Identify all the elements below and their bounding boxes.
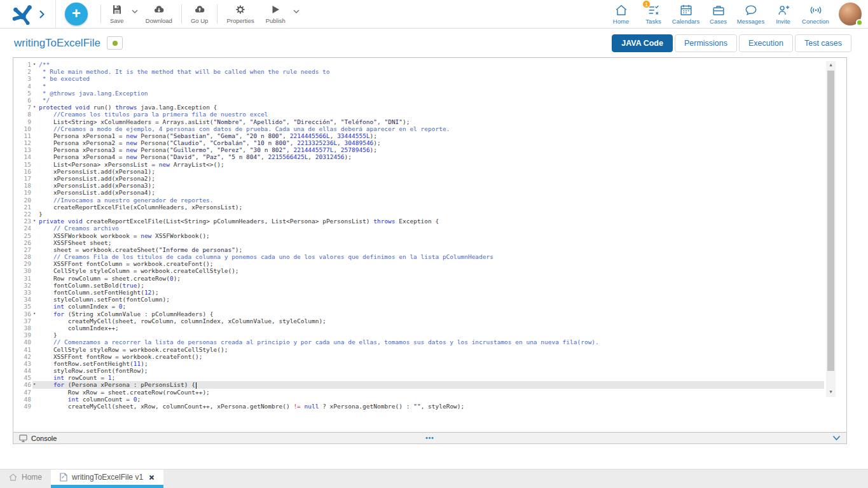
- nav-item-messages[interactable]: Messages: [735, 3, 766, 25]
- rule-status-button[interactable]: [107, 36, 123, 50]
- code-line[interactable]: 47 Row xRow = sheet.createRow(rowCount++…: [13, 389, 846, 396]
- code-line[interactable]: 2 * Rule main method. It is the method t…: [13, 68, 846, 75]
- nav-item-tasks[interactable]: 1 Tasks: [638, 3, 669, 25]
- code-line[interactable]: 26 XSSFSheet sheet;: [13, 239, 846, 246]
- nav-item-conection[interactable]: Conection: [800, 3, 831, 25]
- save-icon: [111, 4, 123, 15]
- download-button[interactable]: Download: [140, 1, 178, 27]
- nav-item-cases[interactable]: Cases: [703, 3, 734, 25]
- scroll-down-arrow-icon[interactable]: ▼: [826, 388, 836, 397]
- code-line[interactable]: 8 //Creamos los titulos para la primera …: [13, 111, 846, 118]
- code-line[interactable]: 23▾private void createReportExcelFile(Li…: [13, 218, 846, 225]
- code-line[interactable]: 21 createReportExcelFile(xColumnHeaders,…: [13, 204, 846, 211]
- bottom-tab-home[interactable]: Home: [0, 470, 51, 488]
- code-line[interactable]: 35 int columnIndex = 0;: [13, 303, 846, 310]
- bottom-tab-writing-to-excel-file[interactable]: writingToExcelFile v1: [51, 470, 163, 488]
- scroll-up-arrow-icon[interactable]: ▲: [826, 61, 836, 70]
- code-line[interactable]: 27 sheet = workbook.createSheet("Informe…: [13, 246, 846, 253]
- nav-item-invite[interactable]: Invite: [768, 3, 799, 25]
- code-line[interactable]: 15 List<Persona> xPersonsList = new Arra…: [13, 161, 846, 168]
- publish-label: Publish: [266, 17, 286, 24]
- add-button[interactable]: +: [65, 3, 88, 25]
- console-expand-chevron-icon[interactable]: [832, 435, 841, 441]
- code-line[interactable]: 37 createMyCell(sheet, rowColumn, column…: [13, 317, 846, 324]
- code-line[interactable]: 7▾protected void run() throws java.lang.…: [13, 104, 846, 111]
- save-dropdown-caret-icon[interactable]: [130, 10, 140, 13]
- sidebar-expand-chevron-icon[interactable]: [39, 10, 45, 18]
- close-tab-icon[interactable]: [149, 475, 155, 480]
- code-line[interactable]: 1▾/**: [13, 61, 846, 68]
- tab-test-cases[interactable]: Test cases: [795, 34, 851, 52]
- line-number: 13: [13, 146, 31, 153]
- scrollbar-thumb[interactable]: [827, 71, 834, 371]
- nav-item-home[interactable]: Home: [605, 3, 637, 25]
- code-line[interactable]: 16 xPersonsList.add(xPersona1);: [13, 168, 846, 175]
- code-line[interactable]: 38 columnIndex++;: [13, 324, 846, 331]
- nav-item-calendars[interactable]: Calendars: [670, 3, 701, 25]
- code-line[interactable]: 17 xPersonsList.add(xPersona2);: [13, 175, 846, 182]
- tab-permissions[interactable]: Permissions: [675, 34, 737, 52]
- code-line[interactable]: 9 List<String> xColumnHeaders = Arrays.a…: [13, 118, 846, 125]
- code-line[interactable]: 46▾ for (Persona xPersona : pPersonsList…: [13, 381, 846, 388]
- fold-toggle-icon[interactable]: ▾: [33, 104, 36, 111]
- code-line[interactable]: 48 int columnCount = 0;: [13, 396, 846, 403]
- bottom-tab-label: Home: [22, 473, 42, 482]
- code-line[interactable]: 6 */: [13, 97, 846, 104]
- code-line[interactable]: 42 XSSFFont fontRow = workbook.createFon…: [13, 353, 846, 360]
- code-line[interactable]: 44 styleRow.setFont(fontRow);: [13, 367, 846, 374]
- console-drag-handle[interactable]: •••: [425, 435, 434, 442]
- briefcase-icon: [712, 3, 726, 17]
- publish-dropdown-caret-icon[interactable]: [291, 10, 301, 13]
- code-line[interactable]: 31 Row rowColumn = sheet.createRow(0);: [13, 275, 846, 282]
- code-line[interactable]: 18 xPersonsList.add(xPersona3);: [13, 182, 846, 189]
- code-editor[interactable]: 1▾/**2 * Rule main method. It is the met…: [13, 58, 846, 432]
- code-line[interactable]: 45 int rowCount = 1;: [13, 374, 846, 381]
- code-line[interactable]: 10 //Creamos a modo de ejemplo, 4 person…: [13, 125, 846, 132]
- code-line[interactable]: 14 Persona xPersona4 = new Persona("Davi…: [13, 153, 846, 160]
- document-icon: [60, 473, 67, 482]
- code-line[interactable]: 3 * be executed: [13, 75, 846, 82]
- code-line[interactable]: 19 xPersonsList.add(xPersona4);: [13, 189, 846, 196]
- top-nav: Home 1 Tasks Calendars: [605, 3, 868, 25]
- text-cursor: [196, 382, 196, 389]
- code-line[interactable]: 22}: [13, 211, 846, 218]
- code-line[interactable]: 30 CellStyle styleColumn = workbook.crea…: [13, 267, 846, 274]
- code-line[interactable]: 5 * @throws java.lang.Exception: [13, 90, 846, 97]
- code-line[interactable]: 25 XSSFWorkbook workbook = new XSSFWorkb…: [13, 232, 846, 239]
- code-line[interactable]: 11 Persona xPersona1 = new Persona("Seba…: [13, 132, 846, 139]
- fold-toggle-icon[interactable]: ▾: [33, 61, 36, 68]
- code-line[interactable]: 13 Persona xPersona3 = new Persona("Guil…: [13, 146, 846, 153]
- code-line[interactable]: 43 fontRow.setFontHeight(11);: [13, 360, 846, 367]
- code-line[interactable]: 49 createMyCell(sheet, xRow, columnCount…: [13, 403, 846, 410]
- save-button[interactable]: Save: [104, 1, 130, 27]
- code-line[interactable]: 4 *: [13, 83, 846, 90]
- line-number: 4: [13, 83, 31, 90]
- code-line[interactable]: 28 // Creamos Fila de los titulos de cad…: [13, 253, 846, 260]
- code-line[interactable]: 34 styleColumn.setFont(fontColumn);: [13, 296, 846, 303]
- publish-button[interactable]: Publish: [260, 1, 291, 27]
- code-line[interactable]: 29 XSSFFont fontColumn = workbook.create…: [13, 260, 846, 267]
- fold-toggle-icon[interactable]: ▾: [33, 381, 36, 388]
- code-line[interactable]: 41 CellStyle styleRow = workbook.createC…: [13, 346, 846, 353]
- app-logo[interactable]: [0, 0, 56, 28]
- line-number: 18: [13, 182, 31, 189]
- tab-java-code[interactable]: JAVA Code: [612, 34, 673, 52]
- console-icon: [19, 435, 27, 442]
- code-line[interactable]: 39 }: [13, 331, 846, 338]
- editor-scrollbar[interactable]: ▲ ▼: [826, 61, 836, 397]
- fold-toggle-icon[interactable]: ▾: [33, 310, 36, 317]
- code-line[interactable]: 33 fontColumn.setFontHeight(12);: [13, 289, 846, 296]
- code-line[interactable]: 12 Persona xPersona2 = new Persona("Clau…: [13, 139, 846, 146]
- code-line[interactable]: 40 // Comenzamos a recorrer la lista de …: [13, 338, 846, 345]
- code-line[interactable]: 36▾ for (String xColumnValue : pColumnHe…: [13, 310, 846, 317]
- properties-button[interactable]: Properties: [221, 1, 259, 27]
- nav-label: Invite: [776, 18, 790, 25]
- code-line[interactable]: 32 fontColumn.setBold(true);: [13, 282, 846, 289]
- tab-execution[interactable]: Execution: [739, 34, 793, 52]
- fold-toggle-icon[interactable]: ▾: [33, 218, 36, 225]
- code-line[interactable]: 24 // Creamos archivo: [13, 225, 846, 232]
- user-avatar[interactable]: [839, 3, 862, 25]
- go-up-button[interactable]: Go Up: [185, 1, 214, 27]
- line-number: 40: [13, 338, 31, 345]
- code-line[interactable]: 20 //Invocamos a nuestro generador de re…: [13, 197, 846, 204]
